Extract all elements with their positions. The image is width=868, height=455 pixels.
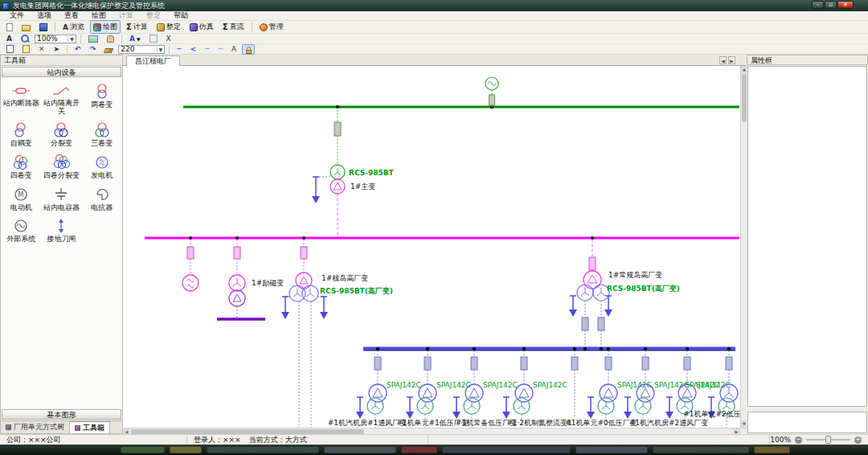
palette-item-breaker[interactable]: 站内断路器 [1,81,41,120]
palette-item-autotransformer[interactable]: 自耦变 [1,120,41,152]
lv-transformer-symbol[interactable] [452,350,483,428]
zoom-select[interactable]: 100% ▼ [35,35,76,43]
manage-button[interactable]: 管理 [256,20,287,34]
lv-transformer-symbol[interactable] [406,350,436,428]
clear-button[interactable]: X [163,33,174,44]
line-button[interactable]: ─ [174,43,184,55]
manage-icon [260,23,268,31]
status-company: 公司：×××公司 [0,435,187,445]
zoom-out-button[interactable]: − [795,437,802,444]
menu-item-draw[interactable]: 绘图 [85,11,113,20]
new-button[interactable] [3,22,16,33]
lv-bus-blue[interactable] [363,348,735,350]
label-excitation-transformer: 1#励磁变 [252,279,284,287]
section-station-devices[interactable]: 站内设备 [2,67,121,77]
taskbar-item[interactable] [653,446,749,453]
relay-label-feeder: SPAJ142C [483,381,518,389]
motor-icon: M [10,187,31,203]
select-mode-button[interactable] [146,33,161,44]
palette-item-capacitor[interactable]: 站内电容器 [41,184,81,216]
taskbar-item[interactable] [575,446,648,453]
taskbar-item[interactable] [170,446,202,453]
minimize-button[interactable]: – [812,1,824,9]
palette-item-motor[interactable]: M 电动机 [1,184,41,216]
lock-button[interactable] [242,44,255,55]
canvas-horizontal-scrollbar[interactable]: ◀ ▶ [123,428,747,434]
dot-line-icon: ┈ [219,45,223,53]
palette-item-ground-switch[interactable]: 接地刀闸 [41,215,81,248]
taskbar-item[interactable] [207,446,319,453]
menu-item-file[interactable]: 文件 [3,11,31,20]
calc-button[interactable]: Σ计算 [123,20,151,34]
taskbar-item[interactable] [401,446,437,453]
menu-item-options[interactable]: 选项 [31,11,58,20]
zoom-level: 100% [770,436,791,444]
document-tab-changjiang[interactable]: 昌江核电厂 [126,55,180,66]
zoom-slider-knob[interactable] [825,436,831,444]
palette-item-disconnector[interactable]: 站内隔离开关 [41,81,81,120]
brush-button[interactable] [101,44,116,55]
close-button[interactable]: ✕ [837,1,854,9]
open-button[interactable] [18,22,34,33]
dot-line-button[interactable]: ┈ [215,43,226,55]
canvas-vertical-scrollbar[interactable]: ▲ ▼ [740,66,747,428]
zoom-in-button[interactable]: + [854,437,862,444]
angle-select[interactable]: 220 ▼ [118,45,165,54]
main-transformer-symbol[interactable] [312,107,345,237]
palette-item-split-transformer[interactable]: 分裂变 [41,120,81,152]
print-button[interactable]: A [3,33,15,44]
pointer-button[interactable]: ➤ [51,43,63,55]
save-button[interactable] [36,22,51,33]
tab-toolbox[interactable]: 工具箱 [70,421,110,433]
pan-button[interactable] [104,34,117,44]
zoom-slider[interactable] [806,439,850,441]
palette-item-generator[interactable]: 发电机 [82,152,122,184]
lv-transformer-symbol[interactable] [502,350,533,428]
text-button[interactable]: A [228,43,240,55]
generator-symbol[interactable] [182,240,199,291]
lv-transformer-symbol[interactable] [624,350,654,428]
properties-content[interactable] [747,66,867,407]
zoom-tool-button[interactable] [18,33,32,44]
palette-item-external-system[interactable]: 外部系统 [1,215,41,248]
export-image-button[interactable] [85,34,101,44]
taskbar-item[interactable] [442,446,571,453]
delete-button[interactable]: ✕ [35,43,48,55]
palette-item-two-winding-transformer[interactable]: 两卷变 [82,81,122,120]
taskbar-item[interactable] [324,446,396,453]
palette-item-four-winding-transformer[interactable]: 四卷变 [1,152,41,184]
simulation-label: 仿真 [199,22,214,32]
lv-transformer-symbol[interactable] [587,350,617,428]
lv-transformer-symbol[interactable] [356,350,387,428]
maximize-button[interactable]: ▫ [825,1,837,9]
properties-footer[interactable] [747,412,867,433]
conventional-aux-transformer-symbol[interactable] [569,240,612,348]
menu-item-help[interactable]: 帮助 [167,11,194,20]
font-button[interactable]: A▼ [126,33,144,44]
setting-button[interactable]: 整定 [154,20,184,34]
nuclear-aux-transformer-symbol[interactable] [281,240,328,428]
palette-item-four-winding-split-transformer[interactable]: 四卷分裂变 [41,152,81,184]
copy-button[interactable] [3,43,17,55]
draw-button[interactable]: 绘图 [90,20,121,34]
dc-button[interactable]: Σ直流 [219,20,248,34]
simulation-button[interactable]: 仿真 [186,20,217,34]
paste-button[interactable] [19,43,33,55]
section-basic-graphics[interactable]: 基本图形 [2,409,121,420]
tab-plant-unit-tree[interactable]: 厂用单元方式树 [1,421,70,433]
tab-scroll-right-icon[interactable]: ▶ [728,56,735,64]
tab-scroll-left-icon[interactable]: ◀ [719,56,727,64]
single-line-diagram[interactable]: RCS-985BT 1#主变 [123,66,740,428]
palette-item-reactor[interactable]: 电抗器 [82,184,122,216]
rotate-left-button[interactable]: ↶ [72,43,84,55]
rotate-right-button[interactable]: ↷ [87,43,100,55]
polyline-button[interactable]: < [187,43,200,55]
dash-line-button[interactable]: ┄ [202,43,212,55]
taskbar-item[interactable] [754,446,790,453]
palette-item-three-winding-transformer[interactable]: 三卷变 [82,120,122,152]
menu-item-view[interactable]: 查看 [58,11,85,20]
external-system-symbol[interactable] [485,77,498,107]
browse-button[interactable]: A浏览 [59,20,88,34]
lv-feeder-line[interactable] [571,350,578,418]
taskbar-item[interactable] [121,446,165,453]
